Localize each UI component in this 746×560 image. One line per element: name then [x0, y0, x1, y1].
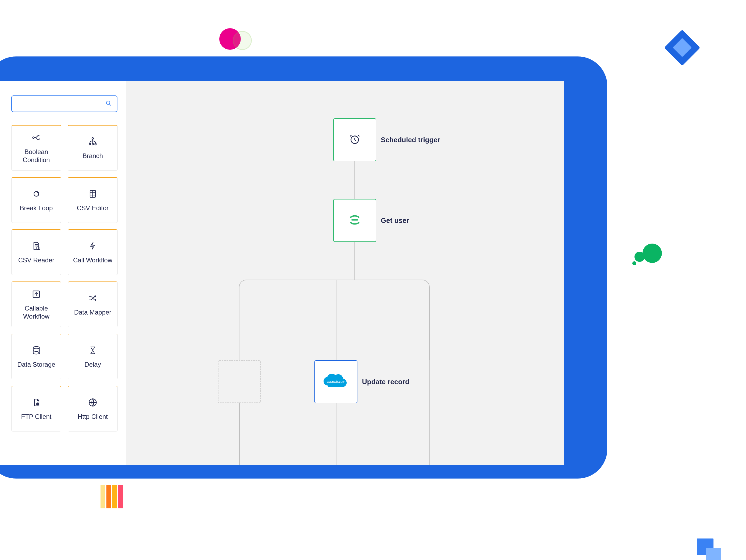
database-icon	[32, 345, 41, 356]
connector	[354, 242, 355, 280]
tool-branch[interactable]: Branch	[68, 125, 118, 171]
upload-box-icon	[31, 289, 41, 300]
connector-branch	[239, 280, 355, 360]
tool-label: Branch	[80, 152, 106, 160]
node-label: Scheduled trigger	[381, 136, 440, 144]
tool-label: Call Workflow	[70, 256, 115, 264]
file-arrow-icon	[32, 397, 41, 408]
tool-sidebar: Boolean ConditionBranchBreak LoopCSV Edi…	[0, 81, 126, 465]
tool-data-storage[interactable]: Data Storage	[11, 334, 61, 379]
connector	[354, 161, 355, 199]
tool-label: CSV Editor	[74, 204, 112, 212]
connector	[336, 280, 337, 360]
connector	[239, 403, 240, 465]
tool-callable-workflow[interactable]: Callable Workflow	[11, 281, 61, 327]
tool-data-mapper[interactable]: Data Mapper	[68, 281, 118, 327]
tool-call-workflow[interactable]: Call Workflow	[68, 229, 118, 275]
hourglass-icon	[89, 345, 97, 356]
deco-color-bars	[101, 485, 123, 508]
deco-diamond-top	[664, 30, 700, 65]
branch-icon	[88, 136, 97, 147]
fork-icon	[31, 132, 41, 143]
tool-label: Http Client	[75, 413, 110, 421]
search-input[interactable]	[11, 95, 117, 112]
tool-label: Boolean Condition	[11, 148, 61, 164]
tool-delay[interactable]: Delay	[68, 334, 118, 379]
tool-http-client[interactable]: Http Client	[68, 386, 118, 431]
striim-icon	[347, 212, 363, 229]
alarm-clock-icon	[349, 134, 361, 146]
shuffle-icon	[88, 293, 98, 304]
node-label: Update record	[362, 378, 409, 386]
tool-label: CSV Reader	[16, 256, 57, 264]
tool-label: Callable Workflow	[11, 304, 61, 320]
svg-line-14	[39, 249, 40, 250]
connector	[336, 403, 337, 465]
tool-break-loop[interactable]: Break Loop	[11, 177, 61, 223]
globe-icon	[88, 397, 97, 408]
tool-csv-reader[interactable]: CSV Reader	[11, 229, 61, 275]
node-update-record[interactable]: salesforce Update record	[314, 360, 357, 403]
lightning-icon	[88, 241, 97, 251]
empty-node-slot[interactable]	[218, 360, 261, 403]
deco-pink-circle	[219, 28, 241, 50]
node-label: Get user	[381, 217, 409, 225]
svg-point-16	[33, 346, 39, 349]
connector	[429, 360, 430, 465]
node-scheduled-trigger[interactable]: Scheduled trigger	[333, 118, 376, 161]
doc-search-icon	[31, 241, 41, 251]
workflow-builder-window: Boolean ConditionBranchBreak LoopCSV Edi…	[0, 81, 564, 465]
connector-branch	[354, 280, 430, 360]
tool-label: Break Loop	[17, 204, 56, 212]
salesforce-icon: salesforce	[322, 372, 349, 391]
tool-label: FTP Client	[19, 413, 54, 421]
svg-text:salesforce: salesforce	[327, 379, 345, 384]
search-icon	[106, 100, 112, 107]
tool-csv-editor[interactable]: CSV Editor	[68, 177, 118, 223]
tool-ftp-client[interactable]: FTP Client	[11, 386, 61, 431]
svg-line-1	[109, 104, 111, 106]
loop-back-icon	[31, 189, 41, 199]
tool-boolean-condition[interactable]: Boolean Condition	[11, 125, 61, 171]
tool-label: Data Storage	[15, 361, 58, 369]
outer-frame: Boolean ConditionBranchBreak LoopCSV Edi…	[0, 56, 607, 479]
workflow-canvas[interactable]: Scheduled trigger Get user salesforce	[126, 81, 564, 465]
svg-point-0	[107, 101, 110, 105]
node-get-user[interactable]: Get user	[333, 199, 376, 242]
tool-label: Delay	[82, 361, 104, 369]
grid-doc-icon	[88, 189, 97, 199]
tool-label: Data Mapper	[71, 308, 114, 316]
